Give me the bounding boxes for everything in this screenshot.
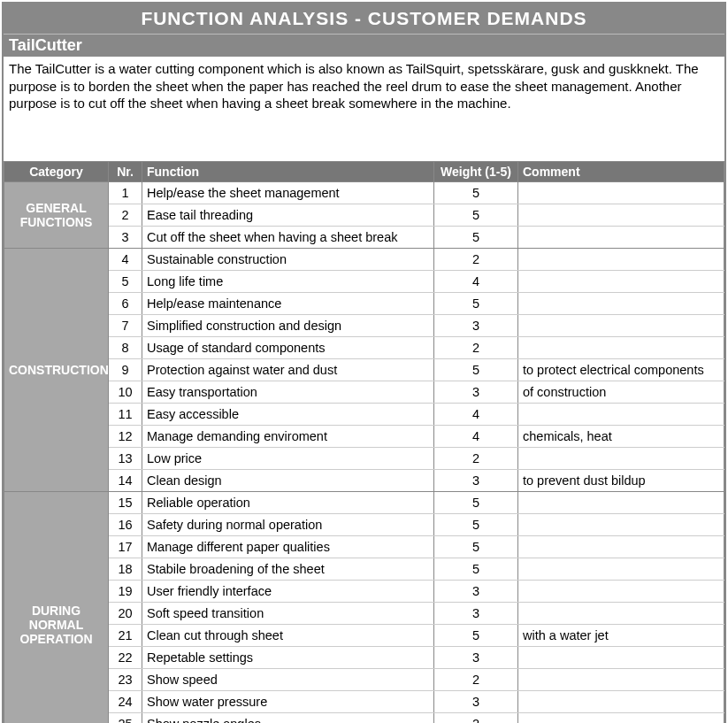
table-row: 21Clean cut through sheet5with a water j… (4, 625, 724, 647)
nr-cell: 9 (109, 359, 142, 381)
nr-cell: 6 (109, 293, 142, 315)
nr-cell: 8 (109, 337, 142, 359)
function-cell: Clean design (142, 470, 434, 492)
weight-cell: 5 (434, 182, 518, 204)
function-cell: Show water pressure (142, 691, 434, 713)
function-cell: Ease tail threading (142, 204, 434, 227)
function-cell: Sustainable construction (142, 249, 434, 271)
comment-cell (518, 182, 724, 204)
nr-cell: 4 (109, 249, 142, 271)
table-row: 19User friendly interface3 (4, 581, 724, 603)
table-row: 2Ease tail threading5 (4, 204, 724, 227)
weight-cell: 3 (434, 381, 518, 404)
table-row: 9Protection against water and dust5to pr… (4, 359, 724, 381)
function-cell: Simplified construction and design (142, 315, 434, 337)
function-cell: Stabile broadening of the sheet (142, 558, 434, 581)
nr-cell: 12 (109, 426, 142, 448)
nr-cell: 15 (109, 492, 142, 514)
table-row: 12Manage demanding enviroment4chemicals,… (4, 426, 724, 448)
comment-cell (518, 713, 724, 724)
table-row: 16Safety during normal operation5 (4, 514, 724, 536)
nr-cell: 11 (109, 404, 142, 426)
nr-cell: 24 (109, 691, 142, 713)
table-row: 22Repetable settings3 (4, 647, 724, 669)
col-header-nr: Nr. (109, 162, 142, 182)
weight-cell: 3 (434, 315, 518, 337)
function-table: Category Nr. Function Weight (1-5) Comme… (4, 161, 724, 723)
comment-cell (518, 227, 724, 249)
page-title: FUNCTION ANALYSIS - CUSTOMER DEMANDS (4, 4, 724, 34)
comment-cell: to protect electrical components (518, 359, 724, 381)
comment-cell (518, 536, 724, 558)
comment-cell (518, 558, 724, 581)
table-row: 18Stabile broadening of the sheet5 (4, 558, 724, 581)
comment-cell: of construction (518, 381, 724, 404)
nr-cell: 13 (109, 448, 142, 470)
table-row: CONSTRUCTION4Sustainable construction2 (4, 249, 724, 271)
description-text: The TailCutter is a water cutting compon… (4, 57, 724, 161)
function-cell: Soft speed transition (142, 603, 434, 625)
comment-cell (518, 315, 724, 337)
table-header-row: Category Nr. Function Weight (1-5) Comme… (4, 162, 724, 182)
comment-cell: chemicals, heat (518, 426, 724, 448)
function-cell: Repetable settings (142, 647, 434, 669)
weight-cell: 5 (434, 227, 518, 249)
weight-cell: 4 (434, 426, 518, 448)
comment-cell: to prevent dust bildup (518, 470, 724, 492)
weight-cell: 2 (434, 337, 518, 359)
weight-cell: 2 (434, 249, 518, 271)
comment-cell (518, 249, 724, 271)
function-cell: Safety during normal operation (142, 514, 434, 536)
weight-cell: 5 (434, 558, 518, 581)
function-cell: Help/ease the sheet management (142, 182, 434, 204)
function-cell: Easy accessible (142, 404, 434, 426)
comment-cell (518, 337, 724, 359)
comment-cell (518, 691, 724, 713)
document-frame: FUNCTION ANALYSIS - CUSTOMER DEMANDS Tai… (2, 2, 726, 723)
nr-cell: 16 (109, 514, 142, 536)
table-row: 11Easy accessible4 (4, 404, 724, 426)
nr-cell: 14 (109, 470, 142, 492)
nr-cell: 21 (109, 625, 142, 647)
function-cell: Cut off the sheet when having a sheet br… (142, 227, 434, 249)
weight-cell: 2 (434, 713, 518, 724)
nr-cell: 25 (109, 713, 142, 724)
function-cell: Low price (142, 448, 434, 470)
comment-cell (518, 448, 724, 470)
category-cell: GENERAL FUNCTIONS (4, 182, 109, 249)
table-row: 14Clean design3to prevent dust bildup (4, 470, 724, 492)
function-cell: Manage demanding enviroment (142, 426, 434, 448)
weight-cell: 5 (434, 492, 518, 514)
function-cell: Protection against water and dust (142, 359, 434, 381)
weight-cell: 2 (434, 448, 518, 470)
comment-cell (518, 581, 724, 603)
col-header-weight: Weight (1-5) (434, 162, 518, 182)
table-row: 24Show water pressure3 (4, 691, 724, 713)
table-row: 3Cut off the sheet when having a sheet b… (4, 227, 724, 249)
weight-cell: 3 (434, 603, 518, 625)
weight-cell: 3 (434, 581, 518, 603)
table-body: GENERAL FUNCTIONS1Help/ease the sheet ma… (4, 182, 724, 724)
table-row: 8Usage of standard components2 (4, 337, 724, 359)
weight-cell: 5 (434, 625, 518, 647)
function-cell: Reliable operation (142, 492, 434, 514)
weight-cell: 5 (434, 204, 518, 227)
table-row: 13Low price2 (4, 448, 724, 470)
table-row: GENERAL FUNCTIONS1Help/ease the sheet ma… (4, 182, 724, 204)
function-cell: Help/ease maintenance (142, 293, 434, 315)
table-row: 25Show nozzle angles2 (4, 713, 724, 724)
nr-cell: 17 (109, 536, 142, 558)
comment-cell (518, 404, 724, 426)
weight-cell: 3 (434, 470, 518, 492)
comment-cell (518, 514, 724, 536)
nr-cell: 2 (109, 204, 142, 227)
col-header-function: Function (142, 162, 434, 182)
col-header-category: Category (4, 162, 109, 182)
function-cell: User friendly interface (142, 581, 434, 603)
weight-cell: 4 (434, 271, 518, 293)
comment-cell (518, 293, 724, 315)
comment-cell (518, 271, 724, 293)
function-cell: Show nozzle angles (142, 713, 434, 724)
function-cell: Easy transportation (142, 381, 434, 404)
weight-cell: 5 (434, 514, 518, 536)
